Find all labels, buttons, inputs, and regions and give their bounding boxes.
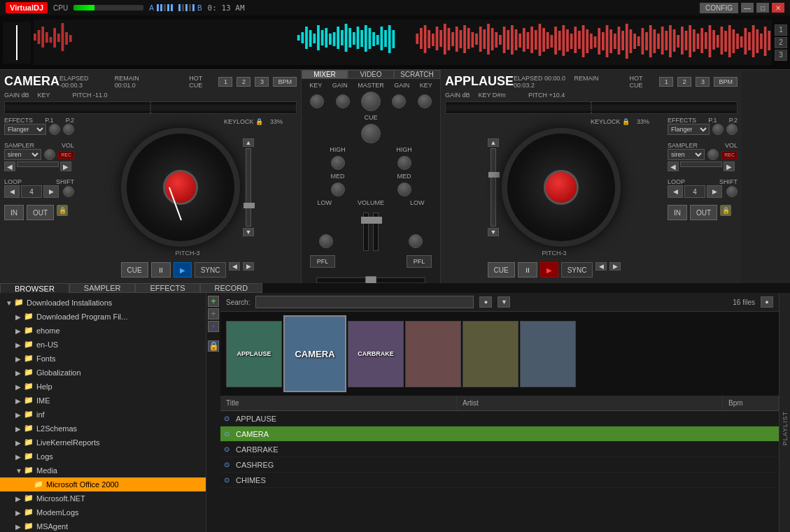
deck-left-vol-knob[interactable] [44,149,55,160]
album-art-thumb[interactable] [520,321,576,387]
turntable-platter-left[interactable] [121,128,240,247]
deck-left-shift-knob[interactable] [63,186,74,197]
deck-left-bpm-button[interactable]: BPM [273,77,297,87]
pitch-down-right[interactable]: ▼ [488,228,499,236]
track-num-1[interactable]: 1 [775,24,787,36]
tab-scratch[interactable]: SCRATCH [394,70,440,79]
pitch-up-left[interactable]: ▲ [243,138,254,147]
tab-record[interactable]: RECORD [200,283,263,293]
deck-right-effect-select[interactable]: Flanger [668,124,710,135]
deck-left-next-btn[interactable]: ▶ [60,161,71,171]
lock-button[interactable]: 🔒 [208,340,219,352]
tab-video[interactable]: VIDEO [348,70,394,79]
deck-right-out-button[interactable]: OUT [690,205,717,220]
deck-right-sampler-select[interactable]: siren [668,149,705,160]
mixer-high-knob-left[interactable] [331,156,345,170]
pause-button-right[interactable]: ⏸ [518,262,537,278]
album-art-thumb[interactable] [463,321,519,387]
maximize-button[interactable]: □ [756,3,769,13]
deck-right-loop-next[interactable]: ▶ [707,185,722,198]
pitch-slider-right[interactable]: ▲ ▼ [488,138,499,236]
search-input[interactable] [255,296,474,308]
search-options-button[interactable]: ▼ [498,296,510,308]
file-row[interactable]: ⊙CARBRAKE [220,442,779,457]
waveform-main[interactable] [34,20,772,65]
deck-left-loop-next[interactable]: ▶ [43,185,59,198]
tree-item[interactable]: ▶📁IME [0,394,206,408]
mixer-low-knob-left[interactable] [319,234,333,248]
tab-sampler[interactable]: SAMPLER [69,283,136,293]
tree-item[interactable]: ▶📁ModemLogs [0,505,206,519]
mixer-med-knob-right[interactable] [397,182,411,196]
playlist-sidebar[interactable]: PLAYLIST [779,293,790,532]
tree-item[interactable]: ▶📁Help [0,380,206,394]
deck-left-hot-cue-1[interactable]: 1 [218,77,232,87]
mixer-low-knob-right[interactable] [409,234,423,248]
deck-right-vol-knob[interactable] [707,149,719,160]
deck-left-in-button[interactable]: IN [4,205,24,220]
deck-left-prev-btn[interactable]: ◀ [4,161,15,171]
deck-left-effect-knob-p2[interactable] [63,124,74,135]
album-art-thumb[interactable]: CAMERA [283,315,346,392]
turntable-center-right[interactable] [544,170,579,205]
mixer-master-knob[interactable] [361,92,381,111]
deck-right-effect-knob-p1[interactable] [712,124,724,135]
pitch-thumb-left[interactable] [244,203,255,208]
tab-mixer[interactable]: MIXER [302,70,348,79]
tree-item[interactable]: ▼📁Media [0,463,206,477]
fader-right[interactable] [373,213,379,251]
pause-button-left[interactable]: ⏸ [151,262,171,278]
deck-right-shift-knob[interactable] [726,186,738,197]
deck-right-hot-cue-1[interactable]: 1 [659,77,673,87]
deck-right-hot-cue-3[interactable]: 3 [696,77,710,87]
mixer-gain-knob-right[interactable] [392,94,406,108]
mixer-key-knob-left[interactable] [310,94,324,108]
pitch-up-right[interactable]: ▲ [488,138,499,147]
waveform-track-numbers[interactable]: 1 2 3 [775,24,787,61]
play-button-left[interactable]: ▶ [174,262,192,278]
tree-item[interactable]: ▶📁MSAgent [0,519,206,532]
close-button[interactable]: ✕ [772,3,784,13]
pitch-left-left[interactable]: ◀ [229,262,240,271]
album-art-thumb[interactable]: CARBRAKE [348,321,404,387]
album-art-thumb[interactable] [405,321,461,387]
tree-item[interactable]: ▶📁Microsoft.NET [0,491,206,505]
deck-right-lock-icon[interactable]: 🔒 [720,205,731,216]
tree-item[interactable]: ▶📁L2Schemas [0,422,206,436]
tree-item[interactable]: ▶📁Globalization [0,366,206,380]
pitch-track-right[interactable] [491,148,496,227]
deck-left-hot-cue-2[interactable]: 2 [237,77,251,87]
mixer-med-knob-left[interactable] [331,182,345,196]
deck-right-in-button[interactable]: IN [668,205,687,220]
mixer-key-knob-right[interactable] [418,94,432,108]
pfl-button-right[interactable]: PFL [407,255,432,268]
sync-button-left[interactable]: SYNC [195,262,227,278]
minimize-button[interactable]: — [741,3,754,13]
play-button-right[interactable]: ▶ [540,262,558,278]
tree-item[interactable]: ▼📁Downloaded Installations [0,296,206,310]
deck-right-loop-prev[interactable]: ◀ [668,185,683,198]
tree-item[interactable]: ▶📁Logs [0,450,206,463]
track-num-3[interactable]: 3 [775,50,787,61]
turntable-platter-right[interactable] [502,128,621,247]
tree-item[interactable]: ▶📁inf [0,408,206,422]
deck-right-hot-cue-2[interactable]: 2 [677,77,691,87]
tree-item[interactable]: ▶📁Fonts [0,352,206,366]
file-row[interactable]: ⊙CAMERA [220,426,779,442]
file-tree[interactable]: ▼📁Downloaded Installations▶📁Downloaded P… [0,293,206,532]
tree-item[interactable]: ▶📁Downloaded Program Fil... [0,310,206,324]
pfl-button-left[interactable]: PFL [310,255,335,268]
tree-item[interactable]: 📁Microsoft Office 2000 [0,477,206,491]
cue-button-left[interactable]: CUE [121,262,148,278]
deck-right-rec-button[interactable]: REC [721,151,738,159]
config-button[interactable]: CONFIG [700,3,738,13]
file-row[interactable]: ⊙APPLAUSE [220,411,779,426]
view-options-button[interactable]: ● [761,296,773,308]
mixer-gain-knob-left[interactable] [336,94,350,108]
deck-right-bpm-button[interactable]: BPM [714,77,738,87]
file-row[interactable]: ⊙CHIMES [220,473,779,488]
pitch-right-left[interactable]: ▶ [243,262,254,271]
deck-right-waveform[interactable] [445,101,738,114]
tree-item[interactable]: ▶📁LiveKernelReports [0,436,206,450]
mixer-cue-knob[interactable] [361,124,381,143]
